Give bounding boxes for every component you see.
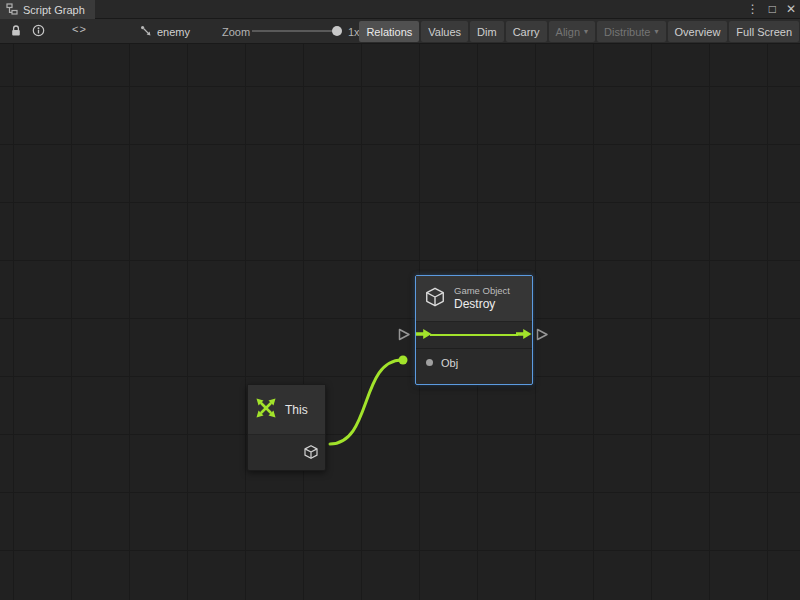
code-icon: <> <box>72 23 87 35</box>
graph-canvas[interactable]: Game Object Destroy Obj <box>0 44 800 600</box>
overview-button[interactable]: Overview <box>668 21 728 42</box>
lock-button[interactable] <box>6 22 26 41</box>
window-titlebar: Script Graph ⋮ □ ✕ <box>0 0 800 19</box>
flow-arrow-out-icon <box>516 326 532 344</box>
connection-wire[interactable] <box>0 44 800 600</box>
graph-name-label: enemy <box>157 26 190 38</box>
this-self-icon <box>254 396 278 424</box>
info-button[interactable] <box>28 22 48 41</box>
zoom-slider-handle[interactable] <box>332 26 342 36</box>
close-icon[interactable]: ✕ <box>786 0 796 19</box>
game-object-cube-icon <box>424 286 446 312</box>
graph-toolbar: <> enemy Zoom 1x Relations Values Dim Ca… <box>0 19 800 44</box>
node-this[interactable]: This <box>247 384 326 471</box>
node-this-body <box>248 435 325 470</box>
node-type-label: Game Object <box>454 285 510 297</box>
lock-icon <box>10 23 22 41</box>
align-dropdown: Align ▾ <box>549 21 595 42</box>
zoom-label: Zoom <box>222 26 250 38</box>
connection-endpoint-dot[interactable] <box>399 356 408 365</box>
node-title: Destroy <box>454 297 510 312</box>
node-destroy-header[interactable]: Game Object Destroy <box>416 276 532 322</box>
relation-line <box>430 334 518 337</box>
window-menu-icon[interactable]: ⋮ <box>747 0 759 19</box>
carry-button[interactable]: Carry <box>506 21 547 42</box>
maximize-icon[interactable]: □ <box>769 0 776 19</box>
script-graph-icon <box>6 1 18 19</box>
values-button[interactable]: Values <box>421 21 468 42</box>
node-this-header[interactable]: This <box>248 385 325 435</box>
zoom-value: 1x <box>348 26 360 38</box>
relations-button[interactable]: Relations <box>359 21 419 42</box>
control-output-port[interactable] <box>535 327 549 342</box>
graph-asset-icon <box>140 23 152 41</box>
zoom-slider[interactable] <box>252 29 340 33</box>
obj-port-dot[interactable] <box>426 359 433 366</box>
toolbar-buttons: Relations Values Dim Carry Align ▾ Distr… <box>359 21 799 42</box>
obj-input-port-row[interactable]: Obj <box>416 349 532 376</box>
dim-button[interactable]: Dim <box>470 21 504 42</box>
control-relation-row <box>416 322 532 348</box>
control-input-port[interactable] <box>397 327 411 342</box>
full-screen-button[interactable]: Full Screen <box>729 21 799 42</box>
obj-port-label: Obj <box>441 357 458 369</box>
tab-script-graph[interactable]: Script Graph <box>0 0 95 19</box>
zoom-slider-track <box>252 30 340 32</box>
distribute-dropdown: Distribute ▾ <box>597 21 665 42</box>
chevron-down-icon: ▾ <box>655 27 659 36</box>
code-view-toggle[interactable]: <> <box>72 23 87 35</box>
game-object-output-port[interactable] <box>303 444 319 464</box>
info-icon <box>32 23 45 41</box>
node-destroy[interactable]: Game Object Destroy Obj <box>415 275 533 385</box>
breadcrumb[interactable]: enemy <box>140 22 190 41</box>
chevron-down-icon: ▾ <box>584 27 588 36</box>
tab-label: Script Graph <box>23 4 85 16</box>
node-title: This <box>285 403 308 417</box>
